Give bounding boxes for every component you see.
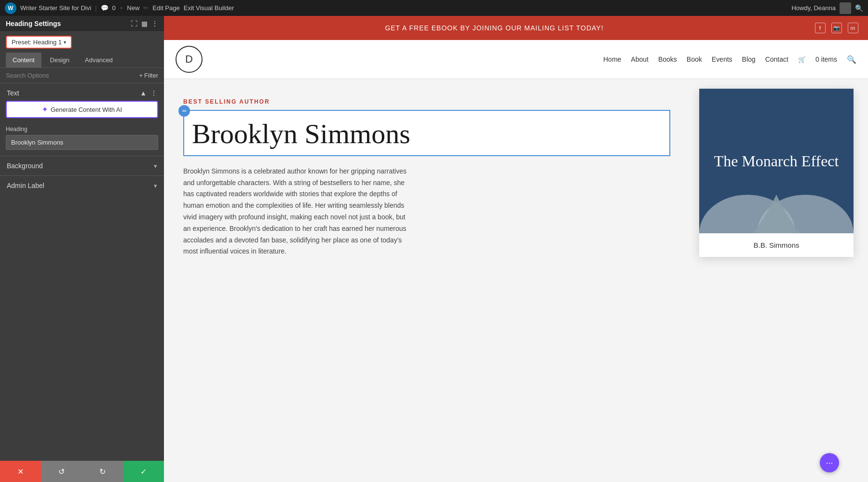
preset-button[interactable]: Preset: Heading 1 ▾ <box>6 36 72 49</box>
heading-field-group: Heading <box>0 124 164 156</box>
search-options-input[interactable] <box>6 72 136 79</box>
site-nav: D Home About Books Book Events Blog Cont… <box>164 40 868 79</box>
content-area: GET A FREE EBOOK BY JOINING OUR MAILING … <box>164 16 868 482</box>
filter-label: Filter <box>144 72 158 79</box>
panel-title: Heading Settings <box>6 20 61 27</box>
facebook-icon[interactable]: f <box>815 23 826 33</box>
admin-label-chevron-icon: ▾ <box>154 182 157 189</box>
panel-more-icon[interactable]: ⋮ <box>151 20 158 27</box>
book-card: The Monarch Effect B.B. Simmons <box>699 89 854 257</box>
book-footer: B.B. Simmons <box>699 233 854 257</box>
book-author-name: B.B. Simmons <box>707 241 846 249</box>
cart-count[interactable]: 0 items <box>815 55 837 63</box>
user-avatar <box>840 2 851 14</box>
site-name: Writer Starter Site for Divi <box>20 4 91 12</box>
panel-header: Heading Settings ⛶ ▦ ⋮ <box>0 16 164 32</box>
comment-count: 0 <box>112 4 116 12</box>
panel-columns-icon[interactable]: ▦ <box>141 20 148 27</box>
preset-chevron-icon: ▾ <box>64 40 66 45</box>
book-title-cover: The Monarch Effect <box>705 152 849 170</box>
filter-button[interactable]: + Filter <box>139 72 158 79</box>
nav-search-icon[interactable]: 🔍 <box>847 55 856 64</box>
tab-design[interactable]: Design <box>43 53 76 67</box>
search-row: + Filter <box>0 68 164 83</box>
nav-home[interactable]: Home <box>603 55 621 63</box>
page-heading: Brooklyn Simmons <box>192 119 662 149</box>
text-section-title: Text <box>7 89 19 97</box>
fab-button[interactable]: ··· <box>820 453 839 472</box>
text-section-header: Text ▲ ⋮ <box>0 83 164 101</box>
panel-header-icons: ⛶ ▦ ⋮ <box>131 20 158 27</box>
admin-bar: W Writer Starter Site for Divi | 💬 0 + N… <box>0 0 868 16</box>
tab-content[interactable]: Content <box>6 53 41 67</box>
nav-book[interactable]: Book <box>687 55 702 63</box>
tab-advanced[interactable]: Advanced <box>78 53 120 67</box>
preset-label: Preset: Heading 1 <box>12 39 62 46</box>
comment-icon: 💬 <box>101 4 108 12</box>
heading-input[interactable] <box>6 135 158 150</box>
linkedin-icon[interactable]: in <box>848 23 858 33</box>
admin-label-section-title: Admin Label <box>7 182 44 189</box>
author-bio: Brooklyn Simmons is a celebrated author … <box>183 166 415 257</box>
background-chevron-icon: ▾ <box>154 162 157 170</box>
background-section[interactable]: Background ▾ <box>0 156 164 175</box>
logo-letter: D <box>185 53 193 66</box>
nav-blog[interactable]: Blog <box>742 55 756 63</box>
nav-links: Home About Books Book Events Blog Contac… <box>603 55 856 64</box>
section-collapse-icon[interactable]: ▲ <box>140 89 147 97</box>
filter-plus-icon: + <box>139 72 143 79</box>
ai-button-label: Generate Content With AI <box>51 106 122 113</box>
background-section-title: Background <box>7 162 43 170</box>
nav-events[interactable]: Events <box>712 55 732 63</box>
heading-field-label: Heading <box>6 126 158 133</box>
section-more-icon[interactable]: ⋮ <box>150 89 157 97</box>
heading-block[interactable]: ✏ Brooklyn Simmons <box>183 110 670 156</box>
nav-contact[interactable]: Contact <box>765 55 788 63</box>
save-button[interactable]: ✓ <box>123 461 164 482</box>
wp-logo-icon[interactable]: W <box>5 2 16 14</box>
site-logo[interactable]: D <box>176 46 203 73</box>
panel-fullscreen-icon[interactable]: ⛶ <box>131 20 137 27</box>
social-icons: f 📷 in <box>815 23 858 33</box>
nav-books[interactable]: Books <box>658 55 677 63</box>
redo-button[interactable]: ↻ <box>82 461 123 482</box>
main-section: BEST SELLING AUTHOR ✏ Brooklyn Simmons B… <box>164 79 690 482</box>
ai-icon: ✦ <box>42 106 48 113</box>
book-cover: The Monarch Effect <box>699 89 854 233</box>
panel-footer: ✕ ↺ ↻ ✓ <box>0 461 164 482</box>
left-panel: Heading Settings ⛶ ▦ ⋮ Preset: Heading 1… <box>0 16 164 482</box>
close-button[interactable]: ✕ <box>0 461 41 482</box>
section-icons: ▲ ⋮ <box>140 89 157 97</box>
separator2: + <box>120 4 123 12</box>
banner-text: GET A FREE EBOOK BY JOINING OUR MAILING … <box>174 24 815 32</box>
instagram-icon[interactable]: 📷 <box>831 23 842 33</box>
howdy-text: Howdy, Deanna <box>791 4 836 12</box>
nav-about[interactable]: About <box>631 55 649 63</box>
admin-search-icon[interactable]: 🔍 <box>855 4 863 12</box>
edit-pencil-icon[interactable]: ✏ <box>178 105 190 117</box>
separator: | <box>95 4 96 12</box>
separator3: ✏ <box>143 4 149 12</box>
site-banner: GET A FREE EBOOK BY JOINING OUR MAILING … <box>164 16 868 40</box>
new-button[interactable]: New <box>127 4 139 12</box>
admin-label-section[interactable]: Admin Label ▾ <box>0 175 164 195</box>
panel-tabs: Content Design Advanced <box>0 53 164 68</box>
best-selling-label: BEST SELLING AUTHOR <box>183 98 670 105</box>
page-content: BEST SELLING AUTHOR ✏ Brooklyn Simmons B… <box>164 79 868 482</box>
exit-visual-builder-button[interactable]: Exit Visual Builder <box>184 4 234 12</box>
undo-button[interactable]: ↺ <box>41 461 82 482</box>
cart-icon[interactable]: 🛒 <box>798 56 806 63</box>
edit-page-button[interactable]: Edit Page <box>152 4 179 12</box>
generate-ai-button[interactable]: ✦ Generate Content With AI <box>6 101 158 118</box>
